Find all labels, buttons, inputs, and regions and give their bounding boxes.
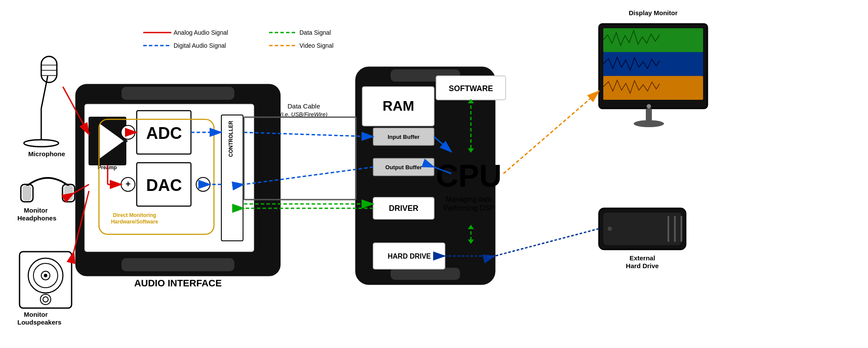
software-label: SOFTWARE	[449, 84, 493, 93]
ext-hdd-to-hdd	[495, 229, 599, 256]
legend-data-label: Data Signal	[299, 29, 331, 36]
headphone-label1: Monitor	[24, 207, 48, 214]
controller-label: CONTROLLER	[228, 121, 234, 157]
cpu-label: CPU	[436, 158, 502, 193]
cpu-sub1: Managing data	[446, 196, 492, 203]
mic-label: Microphone	[28, 150, 65, 158]
adc-label: ADC	[146, 124, 182, 142]
output-buffer-label: Output Buffer	[385, 164, 422, 171]
ext-hdd-label2: Hard Drive	[626, 262, 659, 269]
legend-video-label: Video Signal	[299, 42, 333, 49]
ai-bottom-handle	[122, 258, 234, 271]
mic-body	[41, 56, 57, 82]
ai-top-handle	[122, 87, 234, 100]
input-buffer-label: Input Buffer	[388, 134, 420, 140]
diagram: Analog Audio Signal Digital Audio Signal…	[0, 0, 868, 348]
headphone-label2: Headphones	[17, 214, 56, 222]
mic-base	[24, 140, 59, 147]
legend-analog-label: Analog Audio Signal	[174, 29, 228, 36]
speaker-center	[44, 274, 47, 277]
waveform-orange	[603, 76, 703, 100]
comp-bottom-handle	[391, 268, 460, 280]
ext-hdd-label1: External	[629, 254, 655, 262]
speaker-label1: Monitor	[24, 311, 48, 318]
data-cable-label1: Data Cable	[287, 102, 320, 110]
legend-digital-label: Digital Audio Signal	[174, 42, 226, 49]
ext-hdd-panel	[603, 213, 681, 245]
speaker-tweeter-inner	[43, 297, 48, 302]
audio-interface-label: AUDIO INTERFACE	[134, 278, 222, 289]
headphone-pad-left	[23, 186, 31, 200]
dac-label: DAC	[146, 176, 182, 194]
display-monitor-label: Display Monitor	[629, 9, 678, 16]
driver-label: DRIVER	[389, 204, 418, 213]
direct-mon-label1: Direct Monitoring	[113, 212, 156, 218]
waveform-blue	[603, 52, 703, 76]
direct-mon-label2: Hardware/Software	[111, 219, 158, 225]
waveform-green	[603, 28, 703, 52]
ext-hdd-led	[608, 227, 612, 231]
cpu-to-display	[503, 91, 599, 174]
dac-plus2: +	[201, 179, 206, 189]
monitor-power-btn	[647, 104, 651, 108]
dac-plus: +	[125, 179, 131, 189]
headphone-pad-right	[64, 186, 73, 200]
speaker-tweeter	[40, 294, 51, 305]
ram-label: RAM	[383, 98, 414, 114]
speaker-label2: Loudspeakers	[17, 318, 62, 326]
monitor-stand-base	[634, 120, 664, 127]
hdd-label: HARD DRIVE	[388, 253, 431, 260]
cpu-sub2: Performing DSP	[444, 204, 494, 212]
